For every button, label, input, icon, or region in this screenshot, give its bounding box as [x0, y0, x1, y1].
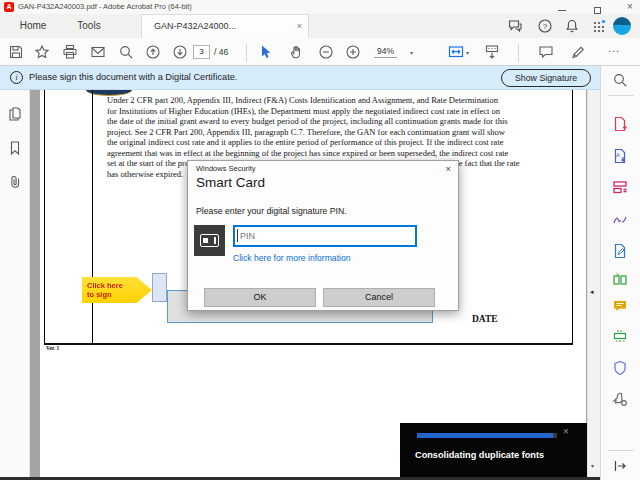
scan-ocr-icon[interactable]: [612, 328, 628, 344]
right-pane-handle-icon[interactable]: ◂: [590, 288, 594, 296]
search-icon[interactable]: [118, 44, 134, 60]
minimize-icon[interactable]: [551, 1, 573, 13]
document-text-line: the date of the initial grant award to e…: [107, 116, 575, 127]
form-field-small[interactable]: [152, 273, 167, 302]
fit-width-icon[interactable]: [448, 44, 464, 60]
panel-divider: [608, 450, 634, 451]
tab-home[interactable]: Home: [10, 14, 56, 38]
document-text-line: the original indirect cost rate and it a…: [107, 137, 575, 148]
svg-text:?: ?: [543, 22, 548, 31]
table-border: [44, 343, 573, 345]
app-grid-icon[interactable]: [591, 18, 607, 34]
tab-close-icon[interactable]: ×: [297, 15, 302, 38]
page-number-input[interactable]: 3: [193, 45, 210, 59]
toast-progress-fill: [417, 433, 553, 438]
show-signature-button[interactable]: Show Signature: [501, 69, 591, 87]
previous-page-icon[interactable]: [145, 44, 161, 60]
click-here-to-sign-flag[interactable]: Click here to sign: [82, 277, 152, 303]
document-text-line: project. See 2 CFR Part 200, Appendix II…: [107, 127, 575, 138]
adobe-acrobat-icon: A: [4, 2, 14, 12]
progress-bar-track: [417, 433, 557, 438]
help-icon[interactable]: ?: [537, 18, 553, 34]
more-information-link[interactable]: Click here for more information: [233, 253, 351, 263]
document-text-line: agreement that was in effect at the begi…: [107, 148, 575, 159]
fit-width-caret-down-icon[interactable]: ▾: [466, 49, 469, 56]
protect-icon[interactable]: [612, 360, 628, 376]
toast-message: Consolidating duplicate fonts: [415, 450, 544, 460]
comment-tool-icon[interactable]: [612, 298, 628, 314]
export-pdf-icon[interactable]: A: [612, 148, 628, 164]
close-icon[interactable]: ×: [619, 1, 640, 13]
toolbar-divider: [246, 44, 247, 62]
hand-tool-icon[interactable]: [288, 44, 304, 60]
zoom-level-value[interactable]: 94%: [374, 46, 397, 58]
panel-divider: [608, 95, 634, 96]
comment-icon[interactable]: [538, 44, 554, 60]
page-thumbnails-icon[interactable]: [7, 106, 23, 122]
page-scrolling-icon[interactable]: [484, 44, 500, 60]
send-for-signature-icon[interactable]: [612, 243, 628, 259]
cancel-button[interactable]: Cancel: [323, 288, 435, 307]
text-caret: [237, 229, 238, 242]
feedback-icon[interactable]: [507, 18, 523, 34]
next-page-icon[interactable]: [172, 44, 188, 60]
smart-card-icon: [194, 225, 225, 256]
search-tool-icon[interactable]: [612, 72, 628, 88]
table-border: [92, 90, 93, 343]
dialog-prompt: Please enter your digital signature PIN.: [196, 206, 347, 216]
print-icon[interactable]: [62, 44, 78, 60]
more-tools-dots-icon[interactable]: ...: [608, 42, 620, 54]
tab-document-label: GAN-P432A24000...: [154, 21, 236, 31]
table-border: [44, 90, 45, 343]
info-icon: i: [10, 71, 23, 84]
select-tool-icon[interactable]: [258, 44, 274, 60]
page-total-label: / 46: [214, 47, 228, 57]
scroll-down-arrow-icon[interactable]: ▾: [591, 462, 594, 469]
vertical-scrollbar[interactable]: ◂ ▾: [587, 90, 600, 480]
title-bar: A GAN-P432A240003.pdf - Adobe Acrobat Pr…: [0, 0, 640, 14]
zoom-in-icon[interactable]: [345, 44, 361, 60]
version-label: Ver. 1: [46, 345, 59, 351]
create-pdf-icon[interactable]: [612, 116, 628, 132]
date-label: DATE: [472, 314, 498, 324]
zoom-out-icon[interactable]: [318, 44, 334, 60]
right-tools-panel: A: [600, 66, 640, 480]
toolbar-divider: [518, 44, 519, 62]
svg-text:A: A: [616, 152, 620, 158]
bookmarks-icon[interactable]: [7, 140, 23, 156]
tab-tools[interactable]: Tools: [66, 14, 112, 38]
more-tools-icon[interactable]: [612, 391, 628, 407]
document-text-line: Under 2 CFR part 200, Appendix III, Indi…: [107, 95, 575, 106]
attachments-icon[interactable]: [7, 174, 23, 190]
notifications-bell-icon[interactable]: [564, 18, 580, 34]
dialog-title: Windows Security: [196, 164, 256, 173]
tab-document[interactable]: GAN-P432A24000... ×: [141, 14, 309, 38]
restore-icon[interactable]: [586, 1, 608, 13]
signature-name-clipped: AUTHORIZED OFFICIAL: [240, 316, 410, 322]
dialog-close-icon[interactable]: ×: [445, 163, 451, 174]
notification-message: Please sign this document with a Digital…: [29, 72, 237, 82]
organize-pages-icon[interactable]: [612, 272, 628, 288]
save-icon[interactable]: [8, 44, 24, 60]
user-avatar[interactable]: [613, 17, 631, 35]
pin-input[interactable]: [233, 225, 417, 247]
windows-security-dialog: Windows Security × Smart Card Please ent…: [187, 160, 459, 311]
edit-pdf-icon[interactable]: [612, 179, 628, 195]
left-sidebar: [0, 90, 30, 480]
progress-toast: × Consolidating duplicate fonts: [400, 423, 587, 477]
zoom-caret-down-icon[interactable]: ▾: [410, 49, 413, 56]
fill-and-sign-icon[interactable]: [612, 211, 628, 227]
ok-button[interactable]: OK: [204, 288, 316, 307]
highlighter-icon[interactable]: [570, 44, 586, 60]
toast-close-icon[interactable]: ×: [563, 426, 569, 437]
dialog-heading: Smart Card: [196, 175, 265, 190]
expand-panel-icon[interactable]: [612, 458, 628, 474]
email-icon[interactable]: [90, 44, 106, 60]
window-title: GAN-P432A240003.pdf - Adobe Acrobat Pro …: [18, 2, 192, 11]
document-text-line: for Institutions of Higher Education (IH…: [107, 106, 575, 117]
star-icon[interactable]: [34, 44, 50, 60]
